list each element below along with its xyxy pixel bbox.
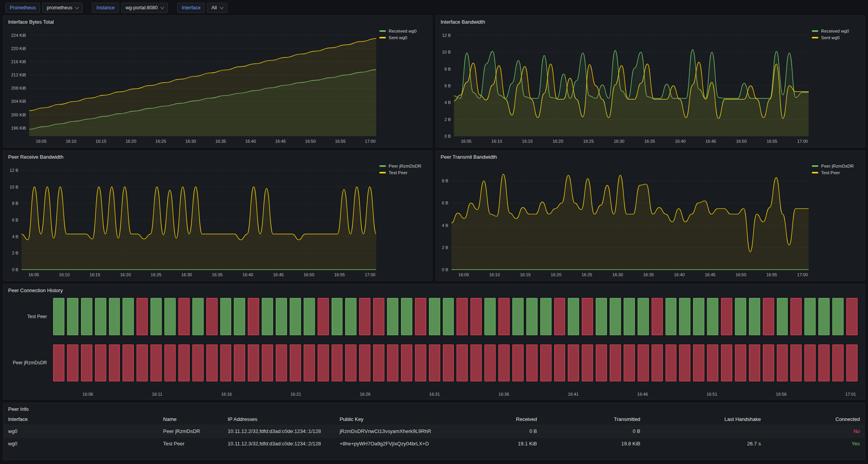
x-axis-tick-label: 17:00 bbox=[365, 139, 376, 144]
panel-title-interface-bytes-total[interactable]: Interface Bytes Total bbox=[3, 16, 432, 26]
table-cell: 26.7 s bbox=[645, 438, 766, 450]
timeline-state-bar bbox=[345, 345, 356, 382]
legend-item[interactable]: Peer jRzmDsDR bbox=[812, 164, 860, 168]
y-axis-tick-label: 4 B bbox=[442, 223, 448, 228]
datasource-value: prometheus bbox=[47, 5, 72, 10]
timeline-state-bar bbox=[290, 298, 301, 335]
axis-tick-label: 16:31 bbox=[429, 392, 440, 396]
axis-tick-label: 17:01 bbox=[845, 392, 856, 396]
legend-item[interactable]: Sent wg0 bbox=[379, 35, 427, 40]
chart-canvas[interactable]: 0 B2 B4 B6 B8 B10 B12 B16:0516:1016:1516… bbox=[438, 26, 811, 145]
timeline-state-bar bbox=[387, 298, 398, 335]
column-header[interactable]: Last Handshake bbox=[645, 414, 766, 425]
datasource-dropdown[interactable]: prometheus bbox=[42, 3, 83, 13]
chart-canvas[interactable]: 0 B2 B4 B6 B8 B16:0516:1016:1516:2016:25… bbox=[438, 161, 811, 279]
time-series-chart-peer-transmit[interactable]: 0 B2 B4 B6 B8 B16:0516:1016:1516:2016:25… bbox=[438, 161, 811, 279]
x-axis-tick-label: 16:05 bbox=[36, 139, 47, 144]
time-series-chart-bytes-total[interactable]: 196 KiB200 KiB204 KiB208 KiB212 KiB216 K… bbox=[6, 26, 379, 145]
table-cell: 19.8 KiB bbox=[541, 438, 645, 450]
column-header[interactable]: Received bbox=[451, 414, 541, 425]
y-axis-tick-label: 216 KiB bbox=[11, 59, 26, 64]
dashboard-toolbar: Prometheus prometheus Instance wg-portal… bbox=[0, 0, 868, 16]
chart-canvas[interactable]: 196 KiB200 KiB204 KiB208 KiB212 KiB216 K… bbox=[6, 26, 379, 145]
x-axis-tick-label: 16:45 bbox=[273, 272, 284, 277]
state-timeline[interactable]: Test PeerPeer jRzmDsDR16:0616:1116:1616:… bbox=[3, 294, 865, 399]
legend-label: Test Peer bbox=[821, 170, 840, 175]
timeline-state-bar bbox=[415, 298, 426, 335]
column-header[interactable]: Connected bbox=[766, 414, 865, 425]
legend-item[interactable]: Received wg0 bbox=[379, 29, 427, 33]
timeline-state-bar bbox=[276, 298, 287, 335]
timeline-state-bar bbox=[554, 345, 565, 382]
timeline-state-bar bbox=[345, 298, 356, 335]
instance-dropdown[interactable]: wg-portal:8080 bbox=[121, 3, 168, 13]
table-cell: 10.11.12.3/32,fdfd:d3ad:c0de:1234::2/128 bbox=[223, 438, 335, 450]
timeline-state-bar bbox=[234, 298, 245, 335]
legend-item[interactable]: Received wg0 bbox=[812, 29, 860, 33]
timeline-state-bar bbox=[749, 345, 760, 382]
timeline-state-bar bbox=[150, 298, 162, 335]
panel-title-interface-bandwidth[interactable]: Interface Bandwidth bbox=[436, 16, 865, 26]
table-header-row: InterfaceNameIP AddressesPublic KeyRecei… bbox=[3, 414, 865, 425]
panel-peer-info: Peer Info InterfaceNameIP AddressesPubli… bbox=[3, 403, 865, 460]
timeline-state-bar bbox=[818, 345, 830, 382]
legend-swatch bbox=[812, 172, 818, 173]
column-header[interactable]: IP Addresses bbox=[223, 414, 335, 425]
x-axis-tick-label: 16:40 bbox=[674, 272, 685, 277]
y-axis-tick-label: 2 B bbox=[442, 245, 448, 250]
interface-dropdown[interactable]: All bbox=[207, 3, 227, 13]
timeline-state-bar bbox=[359, 298, 370, 335]
legend-item[interactable]: Test Peer bbox=[379, 170, 427, 175]
table-cell: 0 B bbox=[451, 425, 541, 438]
panel-title-peer-connection-history[interactable]: Peer Connection History bbox=[3, 284, 865, 294]
timeline-state-bar bbox=[790, 298, 802, 335]
legend-item[interactable]: Test Peer bbox=[812, 170, 860, 175]
timeline-state-bar bbox=[443, 298, 454, 335]
x-axis-tick-label: 16:55 bbox=[334, 272, 345, 277]
timeline-state-bar bbox=[81, 345, 92, 382]
timeline-state-bar bbox=[498, 345, 510, 382]
timeline-state-bar bbox=[610, 298, 621, 335]
timeline-state-bar bbox=[749, 298, 760, 335]
timeline-state-bar bbox=[484, 345, 496, 382]
x-axis-tick-label: 17:00 bbox=[365, 272, 375, 277]
x-axis-tick-label: 17:00 bbox=[797, 272, 808, 277]
axis-tick-label: 16:06 bbox=[83, 392, 93, 396]
column-header[interactable]: Public Key bbox=[335, 414, 451, 425]
chart-legend: Received wg0Sent wg0 bbox=[811, 26, 862, 145]
x-axis-tick-label: 16:30 bbox=[612, 272, 623, 277]
timeline-state-bar bbox=[735, 298, 746, 335]
panel-title-peer-receive-bandwidth[interactable]: Peer Receive Bandwidth bbox=[3, 151, 432, 161]
column-header[interactable]: Name bbox=[159, 414, 223, 425]
chart-canvas[interactable]: 0 B2 B4 B6 B8 B10 B12 B16:0516:1016:1516… bbox=[6, 161, 379, 279]
datasource-label: Prometheus bbox=[5, 3, 40, 13]
timeline-state-bar bbox=[804, 345, 816, 382]
panel-title-peer-info[interactable]: Peer Info bbox=[3, 403, 865, 413]
table-cell: No bbox=[766, 425, 865, 438]
timeline-state-bar bbox=[666, 298, 677, 335]
timeline-state-bar bbox=[178, 345, 190, 382]
panel-peer-connection-history: Peer Connection History Test PeerPeer jR… bbox=[3, 284, 865, 400]
panel-title-peer-transmit-bandwidth[interactable]: Peer Transmit Bandwidth bbox=[436, 151, 865, 161]
x-axis-tick-label: 16:30 bbox=[181, 272, 192, 277]
x-axis-tick-label: 16:40 bbox=[242, 272, 253, 277]
y-axis-tick-label: 12 B bbox=[442, 33, 451, 38]
timeline-state-bar bbox=[332, 345, 343, 382]
timeline-state-bar bbox=[109, 345, 120, 382]
timeline-state-bar bbox=[763, 298, 774, 335]
time-series-chart-peer-receive[interactable]: 0 B2 B4 B6 B8 B10 B12 B16:0516:1016:1516… bbox=[6, 161, 379, 279]
table-cell: Yes bbox=[766, 438, 865, 450]
column-header[interactable]: Transmitted bbox=[541, 414, 645, 425]
timeline-state-bar bbox=[512, 345, 524, 382]
chevron-down-icon bbox=[220, 5, 223, 9]
time-series-chart-interface-bandwidth[interactable]: 0 B2 B4 B6 B8 B10 B12 B16:0516:1016:1516… bbox=[438, 26, 811, 145]
column-header[interactable]: Interface bbox=[3, 414, 159, 425]
legend-item[interactable]: Sent wg0 bbox=[812, 35, 860, 40]
y-axis-tick-label: 12 B bbox=[10, 168, 19, 173]
axis-tick-label: 16:16 bbox=[221, 392, 232, 396]
x-axis-tick-label: 16:50 bbox=[304, 272, 315, 277]
x-axis-tick-label: 16:50 bbox=[736, 139, 747, 144]
timeline-row: Peer jRzmDsDR bbox=[6, 345, 858, 382]
legend-item[interactable]: Peer jRzmDsDR bbox=[379, 164, 427, 168]
timeline-state-bar bbox=[638, 345, 649, 382]
